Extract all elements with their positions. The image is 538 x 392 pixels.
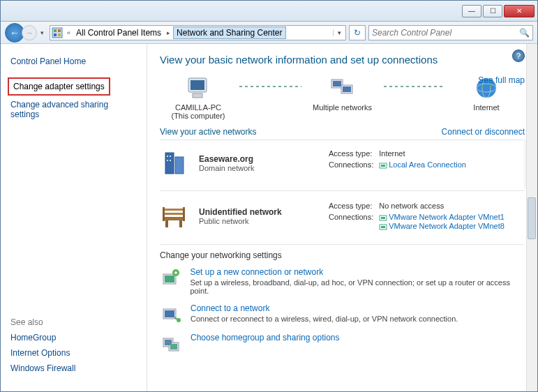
multiple-networks-icon: [329, 75, 357, 100]
setup-connection-item: Set up a new connection or network Set u…: [160, 267, 525, 295]
network-map: See full map CAMILLA-PC (This computer) …: [160, 75, 525, 120]
map-connector-icon: [239, 86, 301, 87]
local-area-connection-link[interactable]: Local Area Connection: [389, 160, 466, 169]
refresh-button[interactable]: ↻: [349, 25, 366, 40]
computer-icon: [184, 75, 212, 100]
homegroup-sharing-item: Choose homegroup and sharing options: [160, 333, 525, 354]
control-panel-home-link[interactable]: Control Panel Home: [10, 56, 137, 66]
internet-options-link[interactable]: Internet Options: [10, 348, 75, 358]
network-type: Public network: [199, 217, 282, 225]
map-pc-name: CAMILLA-PC: [175, 103, 221, 112]
ethernet-icon: [379, 161, 387, 169]
svg-rect-6: [190, 80, 204, 90]
see-also-header: See also: [10, 317, 75, 327]
content-body: Control Panel Home Change adapter settin…: [1, 44, 537, 391]
map-pc-sub: (This computer): [171, 112, 225, 120]
control-panel-window: — ☐ ✕ ← → ▾ « All Control Panel Items ▸ …: [0, 0, 538, 392]
search-input[interactable]: [372, 28, 519, 38]
homegroup-icon: [160, 333, 184, 354]
ethernet-icon: [379, 213, 387, 222]
breadcrumb-sep-icon[interactable]: ▸: [164, 29, 173, 36]
minimize-button[interactable]: —: [462, 5, 481, 17]
svg-rect-4: [58, 33, 61, 36]
close-button[interactable]: ✕: [504, 5, 535, 17]
svg-rect-33: [381, 226, 385, 228]
search-icon[interactable]: 🔍: [519, 28, 530, 38]
nav-history-dropdown[interactable]: ▾: [37, 29, 47, 36]
breadcrumb-bar[interactable]: « All Control Panel Items ▸ Network and …: [50, 25, 346, 40]
svg-rect-38: [165, 310, 174, 317]
svg-rect-18: [170, 156, 171, 157]
ethernet-icon: [379, 223, 387, 231]
svg-rect-43: [170, 344, 177, 349]
homegroup-link[interactable]: HomeGroup: [10, 333, 75, 342]
network-name: Easeware.org: [199, 154, 254, 164]
svg-rect-10: [333, 81, 341, 86]
svg-rect-11: [343, 86, 351, 92]
breadcrumb-chevrons[interactable]: «: [64, 29, 73, 36]
connections-label: Connections:: [329, 212, 378, 232]
scrollbar-track[interactable]: [526, 44, 537, 391]
windows-firewall-link[interactable]: Windows Firewall: [10, 363, 75, 373]
address-bar: ← → ▾ « All Control Panel Items ▸ Networ…: [1, 22, 537, 44]
access-type-value: No network access: [379, 201, 509, 211]
access-type-value: Internet: [379, 149, 470, 158]
svg-rect-31: [381, 217, 385, 219]
breadcrumb-all-items[interactable]: All Control Panel Items: [73, 28, 164, 38]
see-also-section: See also HomeGroup Internet Options Wind…: [10, 317, 75, 379]
forward-button[interactable]: →: [22, 25, 37, 40]
setup-connection-icon: [160, 267, 183, 288]
nav-buttons: ← → ▾: [5, 23, 47, 43]
map-connector-icon: [384, 86, 446, 87]
svg-rect-24: [165, 220, 168, 227]
divider: [160, 244, 525, 245]
svg-point-39: [177, 318, 181, 322]
svg-rect-29: [183, 207, 185, 221]
network-name: Unidentified network: [199, 207, 282, 217]
help-icon[interactable]: ?: [512, 50, 525, 62]
vmnet1-link[interactable]: VMware Network Adapter VMnet1: [389, 213, 505, 221]
map-internet-label: Internet: [473, 103, 499, 112]
svg-rect-17: [167, 156, 168, 157]
connect-disconnect-link[interactable]: Connect or disconnect: [442, 127, 525, 137]
homegroup-sharing-link[interactable]: Choose homegroup and sharing options: [190, 333, 339, 342]
connect-network-item: Connect to a network Connect or reconnec…: [160, 303, 525, 324]
active-networks-label: View your active networks: [160, 127, 257, 137]
connections-label: Connections:: [329, 160, 378, 170]
svg-rect-35: [165, 276, 174, 282]
active-networks-header-row: View your active networks Connect or dis…: [160, 124, 525, 140]
svg-rect-1: [54, 29, 57, 32]
svg-rect-25: [179, 220, 182, 227]
divider: [160, 190, 525, 191]
svg-rect-19: [167, 160, 168, 161]
networking-settings: Change your networking settings Set up a…: [160, 250, 525, 354]
maximize-button[interactable]: ☐: [483, 5, 502, 17]
change-adapter-settings-link[interactable]: Change adapter settings: [8, 77, 110, 96]
connect-network-link[interactable]: Connect to a network: [190, 303, 458, 313]
domain-network-icon: [160, 147, 192, 179]
connect-network-icon: [160, 303, 184, 324]
settings-header: Change your networking settings: [160, 250, 525, 260]
setup-connection-link[interactable]: Set up a new connection or network: [190, 267, 525, 277]
access-type-label: Access type:: [329, 201, 378, 211]
vmnet8-link[interactable]: VMware Network Adapter VMnet8: [389, 222, 505, 230]
sidebar: Control Panel Home Change adapter settin…: [1, 44, 147, 391]
svg-rect-3: [54, 33, 57, 36]
search-box[interactable]: 🔍: [368, 25, 533, 40]
breadcrumb-network-sharing[interactable]: Network and Sharing Center: [173, 27, 285, 39]
svg-rect-2: [58, 29, 61, 32]
scrollbar-thumb[interactable]: [528, 197, 536, 239]
svg-rect-22: [381, 165, 385, 167]
svg-rect-20: [170, 160, 171, 161]
control-panel-icon: [50, 26, 64, 40]
see-full-map-link[interactable]: See full map: [478, 75, 525, 85]
map-multi-label: Multiple networks: [313, 103, 372, 112]
public-network-icon: [160, 200, 192, 232]
network-unidentified: Unidentified network Public network Acce…: [160, 193, 525, 243]
change-advanced-sharing-link[interactable]: Change advanced sharing settings: [10, 100, 137, 119]
map-multiple-networks: Multiple networks: [304, 75, 381, 120]
svg-rect-28: [163, 207, 165, 221]
setup-connection-desc: Set up a wireless, broadband, dial-up, a…: [190, 278, 525, 295]
address-dropdown-icon[interactable]: ▾: [333, 29, 345, 36]
network-easeware: Easeware.org Domain network Access type:…: [160, 140, 525, 189]
